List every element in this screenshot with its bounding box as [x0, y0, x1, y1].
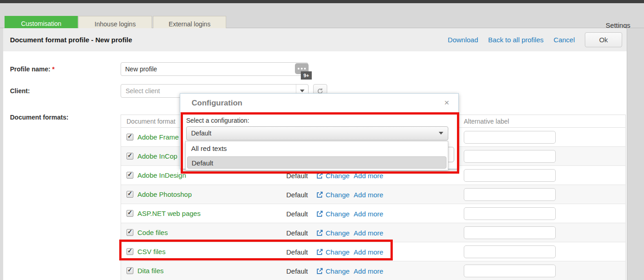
add-more-link[interactable]: Add more	[354, 172, 383, 180]
right-margin	[627, 28, 644, 280]
config-value: Default	[286, 172, 308, 180]
format-checkbox[interactable]: ✓	[127, 134, 133, 140]
config-value: Default	[286, 191, 308, 199]
format-checkbox[interactable]: ✓	[127, 153, 133, 160]
alternative-label-input[interactable]	[464, 188, 556, 201]
required-asterisk: *	[52, 65, 55, 73]
back-to-all-profiles-link[interactable]: Back to all profiles	[488, 36, 544, 44]
alternative-label-input[interactable]	[464, 207, 556, 220]
format-checkbox[interactable]: ✓	[127, 267, 133, 274]
table-row: ✓Dita filesDefaultChangeAdd more	[121, 261, 625, 280]
table-row: ✓Code filesDefaultChangeAdd more	[121, 223, 625, 242]
profile-name-label-text: Profile name:	[10, 65, 51, 73]
cancel-link[interactable]: Cancel	[553, 36, 575, 44]
format-checkbox[interactable]: ✓	[127, 172, 133, 179]
column-header-document-format: Document format	[127, 115, 175, 128]
configuration-select[interactable]: Default	[186, 126, 448, 140]
profile-name-label: Profile name: *	[10, 65, 55, 73]
column-header-alternative-label: Alternative label	[464, 115, 509, 128]
format-name-link[interactable]: ASP.NET web pages	[137, 204, 201, 223]
change-link[interactable]: Change	[326, 210, 350, 218]
top-strip	[0, 0, 644, 3]
format-name-link[interactable]: Adobe Photoshop	[137, 185, 192, 204]
external-link-icon[interactable]	[316, 172, 323, 179]
configuration-cell: DefaultChangeAdd more	[286, 204, 383, 223]
format-checkbox[interactable]: ✓	[127, 248, 133, 255]
ok-button[interactable]: Ok	[585, 32, 622, 47]
document-formats-label: Document formats:	[10, 114, 68, 121]
add-more-link[interactable]: Add more	[354, 191, 383, 199]
checkbox-check-icon: ✓	[127, 266, 132, 273]
checkbox-check-icon: ✓	[127, 228, 132, 235]
modal-title: Configuration	[192, 94, 242, 113]
format-name-link[interactable]: Adobe InCop	[137, 147, 177, 166]
config-value: Default	[286, 267, 308, 275]
checkbox-check-icon: ✓	[127, 133, 132, 140]
table-row: ✓Adobe PhotoshopDefaultChangeAdd more	[121, 185, 625, 204]
external-link-icon[interactable]	[316, 249, 323, 255]
checkbox-check-icon: ✓	[127, 171, 132, 178]
configuration-select-value: Default	[191, 127, 211, 140]
config-value: Default	[286, 248, 308, 256]
format-checkbox[interactable]: ✓	[127, 210, 133, 217]
checkbox-check-icon: ✓	[127, 247, 132, 254]
change-link[interactable]: Change	[326, 172, 350, 180]
dropdown-option-default[interactable]: Default	[187, 156, 446, 169]
configuration-cell: DefaultChangeAdd more	[286, 261, 383, 280]
format-name-link[interactable]: Adobe Frame	[137, 128, 179, 147]
add-more-link[interactable]: Add more	[354, 210, 383, 218]
change-link[interactable]: Change	[326, 191, 350, 199]
alternative-label-input[interactable]	[464, 265, 556, 277]
add-more-link[interactable]: Add more	[354, 229, 383, 237]
config-value: Default	[286, 229, 308, 237]
table-row: ✓ASP.NET web pagesDefaultChangeAdd more	[121, 204, 625, 223]
header-actions: Download Back to all profiles Cancel Ok	[448, 28, 622, 51]
add-more-link[interactable]: Add more	[354, 267, 383, 275]
configuration-cell: DefaultChangeAdd more	[286, 242, 383, 261]
page-title: Document format profile - New profile	[10, 28, 132, 51]
external-link-icon[interactable]	[316, 230, 323, 236]
configuration-cell: DefaultChangeAdd more	[286, 223, 383, 242]
checkbox-check-icon: ✓	[127, 190, 132, 197]
format-checkbox[interactable]: ✓	[127, 191, 133, 198]
alternative-label-input[interactable]	[464, 169, 556, 182]
change-link[interactable]: Change	[326, 229, 350, 237]
checkbox-check-icon: ✓	[127, 209, 132, 216]
chevron-down-icon	[300, 90, 304, 92]
format-name-link[interactable]: Adobe InDesign	[137, 166, 186, 185]
external-link-icon[interactable]	[316, 268, 323, 275]
configuration-cell: DefaultChangeAdd more	[286, 185, 383, 204]
alternative-label-input[interactable]	[464, 226, 556, 239]
select-configuration-label: Select a configuration:	[186, 117, 249, 124]
alternative-label-input[interactable]	[464, 245, 556, 258]
change-link[interactable]: Change	[326, 267, 350, 275]
change-link[interactable]: Change	[326, 248, 350, 256]
profile-name-input[interactable]	[121, 62, 308, 76]
alternative-label-input[interactable]	[464, 131, 556, 144]
client-label: Client:	[10, 87, 30, 95]
close-icon[interactable]: ×	[444, 98, 449, 108]
config-value: Default	[286, 210, 308, 218]
chevron-down-icon	[439, 132, 443, 135]
dropdown-option-all-red-texts[interactable]: All red texts	[186, 141, 448, 156]
download-link[interactable]: Download	[448, 36, 478, 44]
add-more-link[interactable]: Add more	[354, 248, 383, 256]
format-name-link[interactable]: CSV files	[137, 242, 166, 261]
configuration-dropdown-list: All red texts Default	[185, 141, 448, 170]
left-edge	[0, 28, 3, 280]
checkbox-check-icon: ✓	[127, 152, 132, 159]
external-link-icon[interactable]	[316, 210, 323, 217]
format-name-link[interactable]: Code files	[137, 223, 168, 242]
alternative-label-input[interactable]	[464, 150, 556, 163]
extension-count-badge: 9+	[301, 71, 312, 80]
format-checkbox[interactable]: ✓	[127, 229, 133, 236]
client-select-placeholder: Select client	[126, 85, 160, 97]
profile-header-bar: Document format profile - New profile Do…	[3, 28, 627, 51]
tab-bar: Customisation Inhouse logins External lo…	[0, 3, 644, 28]
format-name-link[interactable]: Dita files	[137, 261, 164, 280]
modal-header: Configuration ×	[180, 94, 458, 113]
table-row: ✓CSV filesDefaultChangeAdd more	[121, 242, 625, 261]
external-link-icon[interactable]	[316, 191, 323, 198]
